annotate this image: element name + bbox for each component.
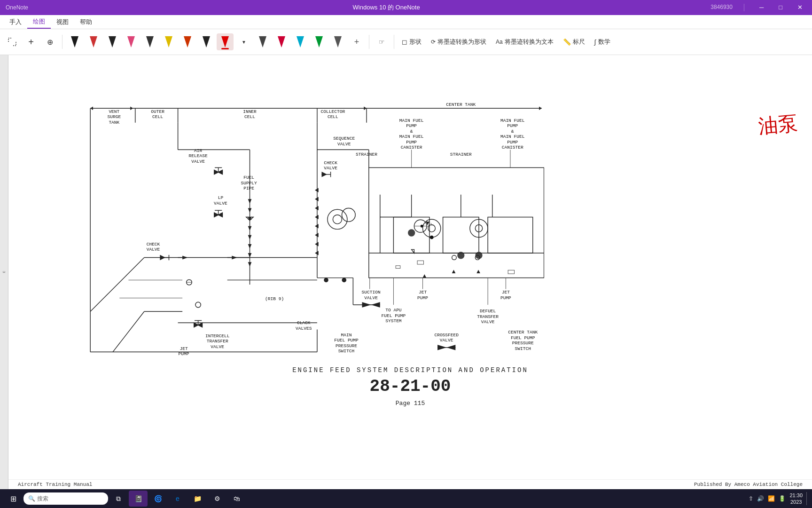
pen-black-6[interactable] xyxy=(329,33,346,50)
svg-text:SEQUENCE: SEQUENCE xyxy=(333,136,355,141)
pen-pink[interactable] xyxy=(123,33,140,50)
titlebar: OneNote Windows 10 的 OneNote 3846930 ─ □… xyxy=(0,0,812,15)
svg-point-161 xyxy=(324,278,328,283)
svg-marker-73 xyxy=(248,253,252,258)
task-view-button[interactable]: ⧉ xyxy=(109,491,128,507)
svg-rect-186 xyxy=(508,270,514,274)
svg-text:CENTER TANK: CENTER TANK xyxy=(508,330,538,335)
svg-marker-71 xyxy=(248,235,252,240)
svg-text:CELL: CELL xyxy=(244,114,255,119)
svg-point-180 xyxy=(421,225,423,228)
pen-yellow[interactable] xyxy=(160,33,177,50)
pen-cyan[interactable] xyxy=(292,33,309,50)
svg-text:SWITCH: SWITCH xyxy=(338,349,354,354)
menu-view[interactable]: 视图 xyxy=(51,16,74,28)
system-clock[interactable]: 21:30 2023 xyxy=(789,492,803,506)
svg-text:RELEASE: RELEASE xyxy=(189,153,208,159)
svg-text:VALVES: VALVES xyxy=(296,326,312,331)
svg-text:COLLECTOR: COLLECTOR xyxy=(321,109,345,114)
svg-text:MAIN FUEL: MAIN FUEL xyxy=(500,134,525,139)
ink-to-shape-button[interactable]: ⟳ 将墨迹转换为形状 xyxy=(427,36,490,48)
window-title: Windows 10 的 OneNote xyxy=(62,3,710,12)
svg-text:SUCTION: SUCTION xyxy=(362,290,381,295)
pen-dropdown[interactable]: ▼ xyxy=(235,33,252,50)
svg-marker-130 xyxy=(446,345,455,350)
svg-line-46 xyxy=(113,311,144,352)
svg-text:MAIN: MAIN xyxy=(341,333,352,338)
pen-red-1[interactable] xyxy=(85,33,102,50)
svg-text:INTERCELL: INTERCELL xyxy=(205,333,230,339)
svg-text:VALVE: VALVE xyxy=(364,295,378,301)
start-button[interactable]: ⊞ xyxy=(4,491,23,507)
svg-text:MAIN FUEL: MAIN FUEL xyxy=(399,118,424,123)
pen-black-4[interactable] xyxy=(198,33,215,50)
svg-text:(RIB 9): (RIB 9) xyxy=(265,296,284,302)
clock-date: 2023 xyxy=(789,499,803,505)
menu-draw[interactable]: 绘图 xyxy=(27,16,51,29)
ruler-button[interactable]: 📏 标尺 xyxy=(559,36,589,48)
svg-rect-99 xyxy=(488,217,533,253)
svg-text:&: & xyxy=(410,129,413,134)
taskbar-app-settings[interactable]: ⚙ xyxy=(208,491,226,507)
menu-input[interactable]: 手入 xyxy=(4,16,27,28)
svg-marker-189 xyxy=(315,206,319,211)
close-button[interactable]: ✕ xyxy=(794,4,806,11)
svg-text:PUMP: PUMP xyxy=(507,123,518,128)
pen-green[interactable] xyxy=(311,33,328,50)
svg-marker-70 xyxy=(248,226,252,231)
sidebar-number-3: 3 xyxy=(2,271,6,273)
diagram-page: Page 115 xyxy=(18,400,803,407)
taskbar-app-browser[interactable]: 🌀 xyxy=(148,491,167,507)
menu-help[interactable]: 帮助 xyxy=(74,16,98,28)
minimize-button[interactable]: ─ xyxy=(756,4,767,11)
svg-marker-4 xyxy=(364,106,367,110)
pen-orange-red[interactable] xyxy=(179,33,196,50)
svg-text:CHECK: CHECK xyxy=(147,242,160,247)
show-desktop-button[interactable] xyxy=(806,492,808,505)
pen-red-active[interactable] xyxy=(217,33,234,50)
svg-text:JET: JET xyxy=(180,346,187,351)
footer-right: Published By Ameco Aviation College xyxy=(694,482,803,487)
svg-marker-190 xyxy=(315,215,319,220)
maximize-button[interactable]: □ xyxy=(775,4,786,11)
svg-marker-80 xyxy=(321,172,327,177)
pen-black-2[interactable] xyxy=(104,33,121,50)
taskbar-app-explorer[interactable]: 📁 xyxy=(188,491,207,507)
svg-text:&: & xyxy=(511,129,514,134)
svg-text:LP: LP xyxy=(218,195,224,200)
svg-marker-6 xyxy=(90,106,93,110)
taskbar-app-notes[interactable]: 📓 xyxy=(129,491,148,507)
fuel-system-diagram: .lbl { font-family: 'Courier New', monos… xyxy=(27,60,544,365)
ink-to-text-button[interactable]: Aa 将墨迹转换为文本 xyxy=(492,36,557,48)
add-pen[interactable]: + xyxy=(348,33,365,50)
svg-text:VALVE: VALVE xyxy=(481,319,495,325)
svg-rect-185 xyxy=(396,266,400,269)
pen-red-2[interactable] xyxy=(273,33,290,50)
tray-icon-3: 📶 xyxy=(768,495,775,502)
pen-black-1[interactable] xyxy=(66,33,83,50)
taskbar-app-store[interactable]: 🛍 xyxy=(227,491,246,507)
svg-marker-153 xyxy=(182,256,187,260)
math-button[interactable]: ∫ 数学 xyxy=(591,36,614,48)
search-icon: 🔍 xyxy=(28,495,35,502)
toolbar: + ⊕ ▼ + ☞ xyxy=(0,29,812,55)
taskbar-app-edge[interactable]: e xyxy=(168,491,187,507)
pen-black-5[interactable] xyxy=(254,33,271,50)
footer-left: Aircraft Training Manual xyxy=(18,482,92,487)
shape-button[interactable]: ◻ 形状 xyxy=(398,36,425,48)
svg-text:OUTER: OUTER xyxy=(151,109,164,114)
handwriting-annotation: 油泵 xyxy=(757,110,799,139)
svg-text:CHECK: CHECK xyxy=(324,160,337,166)
taskbar-search[interactable]: 🔍 搜索 xyxy=(23,492,108,505)
add-tool[interactable]: + xyxy=(23,33,39,50)
taskbar: ⊞ 🔍 搜索 ⧉ 📓 🌀 e 📁 ⚙ 🛍 ⇧ 🔊 📶 🔋 21:30 2023 xyxy=(0,489,812,508)
svg-text:FUEL PUMP: FUEL PUMP xyxy=(511,335,535,341)
svg-text:PUMP: PUMP xyxy=(500,295,511,301)
touch-tool[interactable]: ☞ xyxy=(373,33,390,50)
app-name: OneNote xyxy=(6,4,62,11)
lasso-tool[interactable] xyxy=(4,33,21,50)
select-tool[interactable]: ⊕ xyxy=(41,33,58,50)
svg-marker-187 xyxy=(315,188,319,192)
pen-black-3[interactable] xyxy=(141,33,158,50)
svg-marker-129 xyxy=(437,345,446,350)
